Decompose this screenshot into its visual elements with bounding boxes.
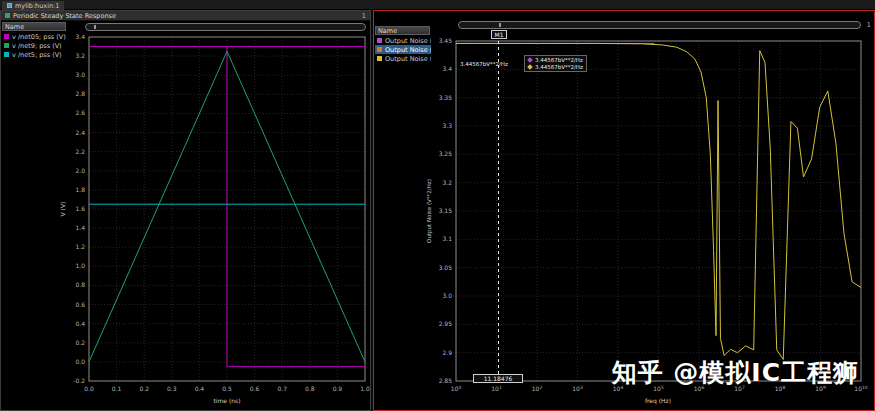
svg-text:0.7: 0.7 (277, 385, 287, 392)
marker-m1-value: 11.18476 (473, 374, 523, 383)
svg-text:2.0: 2.0 (75, 167, 85, 174)
svg-text:2.95: 2.95 (439, 320, 453, 327)
svg-text:0.4: 0.4 (195, 385, 205, 392)
svg-text:3.4: 3.4 (442, 65, 452, 72)
diamond-marker-icon (527, 57, 533, 63)
svg-text:3.15: 3.15 (439, 207, 453, 214)
svg-text:2.6: 2.6 (75, 109, 85, 116)
noise-y-axis-title: Output Noise (V**2/Hz) (426, 179, 433, 243)
svg-text:1.0: 1.0 (75, 262, 85, 269)
svg-text:101: 101 (491, 385, 502, 392)
svg-text:0.0: 0.0 (75, 358, 85, 365)
svg-text:3.45: 3.45 (439, 37, 453, 44)
svg-text:0.0: 0.0 (84, 385, 94, 392)
svg-text:1.4: 1.4 (75, 224, 85, 231)
svg-text:2.8: 2.8 (75, 90, 85, 97)
svg-text:3.2: 3.2 (442, 179, 452, 186)
window-tab[interactable]: mylib:huxin:1 (2, 1, 64, 10)
window-icon (7, 3, 12, 8)
marker-readout-box: 3.44567bV**2/Hz 3.44567bV**2/Hz (524, 55, 587, 72)
pss-plot-area[interactable]: time (ns) V (V) 0.00.10.20.30.40.50.60.7… (1, 11, 372, 411)
svg-text:3.0: 3.0 (75, 71, 85, 78)
marker-readout-text: 3.44567bV**2/Hz (535, 57, 583, 63)
svg-text:3.35: 3.35 (439, 94, 453, 101)
svg-text:0.6: 0.6 (75, 301, 85, 308)
pss-y-axis-title: V (V) (59, 202, 66, 217)
svg-text:100: 100 (451, 385, 462, 392)
svg-text:0.6: 0.6 (250, 385, 260, 392)
svg-text:103: 103 (572, 385, 583, 392)
svg-text:102: 102 (532, 385, 543, 392)
svg-text:0.3: 0.3 (167, 385, 177, 392)
diamond-marker-icon (527, 64, 533, 70)
svg-text:2.4: 2.4 (75, 129, 85, 136)
pss-x-axis-title: time (ns) (213, 397, 240, 404)
svg-text:3.25: 3.25 (439, 150, 453, 157)
marker-readout-row: 3.44567bV**2/Hz (528, 57, 583, 63)
noise-x-axis-title: freq (Hz) (645, 397, 671, 405)
window-tab-label: mylib:huxin:1 (15, 2, 59, 10)
svg-text:3.0: 3.0 (442, 292, 452, 299)
noise-plot-area[interactable]: freq (Hz) Output Noise (V**2/Hz) 1001011… (374, 11, 875, 411)
watermark: 知乎 @模拟IC工程狮 (612, 356, 859, 389)
svg-text:0.5: 0.5 (222, 385, 232, 392)
svg-text:0.2: 0.2 (139, 385, 149, 392)
svg-text:-0.2: -0.2 (73, 377, 85, 384)
svg-text:0.9: 0.9 (333, 385, 343, 392)
trace-value-label: 3.44567bV**2/Hz (460, 61, 508, 67)
svg-text:0.8: 0.8 (305, 385, 315, 392)
svg-text:0.2: 0.2 (75, 339, 85, 346)
svg-text:0.4: 0.4 (75, 320, 85, 327)
svg-text:3.05: 3.05 (439, 264, 453, 271)
svg-text:3.3: 3.3 (442, 122, 452, 129)
svg-text:1.6: 1.6 (75, 205, 85, 212)
window-tab-bar: mylib:huxin:1 (0, 0, 875, 10)
pss-subwindow: Periodic Steady State Response 1 Name v … (0, 10, 371, 411)
svg-text:0.8: 0.8 (75, 281, 85, 288)
marker-readout-text: 3.44567bV**2/Hz (535, 64, 583, 70)
svg-text:1.8: 1.8 (75, 186, 85, 193)
svg-text:2.85: 2.85 (439, 377, 453, 384)
svg-text:2.2: 2.2 (75, 148, 85, 155)
svg-text:3.1: 3.1 (442, 235, 452, 242)
marker-readout-row: 3.44567bV**2/Hz (528, 64, 583, 70)
marker-m1-label[interactable]: M1 (491, 30, 507, 39)
svg-text:3.2: 3.2 (75, 52, 85, 59)
noise-subwindow: 1 Name Output Noise (V**2/Hz) Output Noi… (373, 10, 875, 411)
svg-text:3.4: 3.4 (75, 33, 85, 40)
svg-text:1.0: 1.0 (360, 385, 370, 392)
svg-text:0.1: 0.1 (112, 385, 122, 392)
svg-text:1.2: 1.2 (75, 243, 85, 250)
waveform-viewer-window: mylib:huxin:1 Periodic Steady State Resp… (0, 0, 875, 411)
svg-text:2.9: 2.9 (442, 349, 452, 356)
